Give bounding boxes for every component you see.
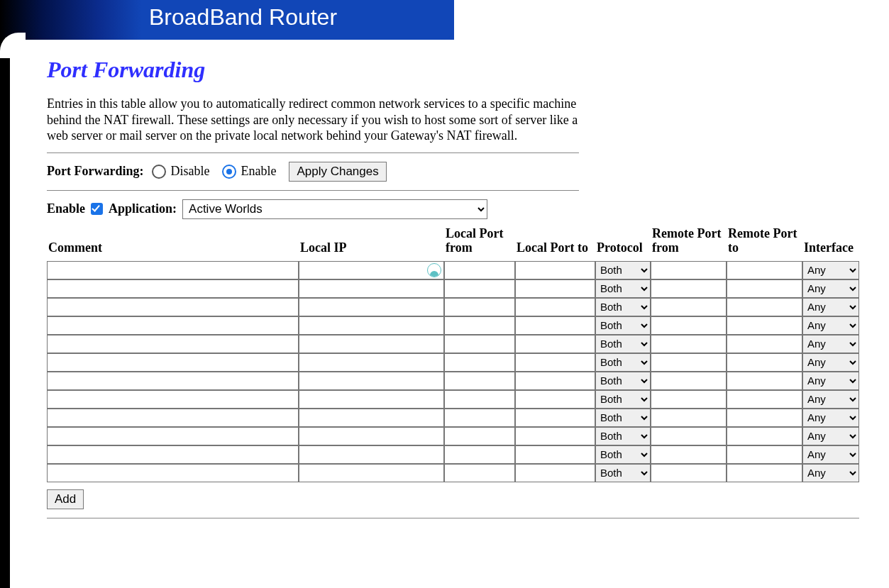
protocol-select[interactable]: Both: [595, 390, 651, 409]
local-ip-input[interactable]: [299, 372, 444, 390]
add-button[interactable]: Add: [47, 489, 84, 509]
local-port-to-input[interactable]: [515, 372, 595, 390]
remote-port-from-input[interactable]: [651, 372, 727, 390]
local-ip-input[interactable]: [299, 409, 444, 427]
remote-port-to-input[interactable]: [727, 279, 802, 298]
protocol-select[interactable]: Both: [595, 464, 651, 482]
remote-port-from-input[interactable]: [651, 445, 727, 464]
local-ip-input[interactable]: [299, 298, 444, 316]
local-port-to-input[interactable]: [515, 353, 595, 372]
remote-port-to-input[interactable]: [727, 335, 802, 353]
remote-port-from-input[interactable]: [651, 316, 727, 335]
remote-port-to-input[interactable]: [727, 261, 802, 279]
comment-input[interactable]: [47, 445, 299, 464]
comment-input[interactable]: [47, 316, 299, 335]
remote-port-to-input[interactable]: [727, 353, 802, 372]
interface-select[interactable]: Any: [802, 316, 859, 335]
interface-select[interactable]: Any: [802, 279, 859, 298]
local-ip-input[interactable]: [299, 390, 444, 409]
local-port-from-input[interactable]: [444, 335, 515, 353]
local-port-from-input[interactable]: [444, 279, 515, 298]
remote-port-to-input[interactable]: [727, 390, 802, 409]
remote-port-from-input[interactable]: [651, 464, 727, 482]
protocol-select[interactable]: Both: [595, 445, 651, 464]
protocol-select[interactable]: Both: [595, 409, 651, 427]
remote-port-from-input[interactable]: [651, 298, 727, 316]
interface-select[interactable]: Any: [802, 353, 859, 372]
remote-port-to-input[interactable]: [727, 427, 802, 445]
protocol-select[interactable]: Both: [595, 261, 651, 279]
enable-radio[interactable]: Enable: [222, 164, 276, 179]
interface-select[interactable]: Any: [802, 261, 859, 279]
comment-input[interactable]: [47, 261, 299, 279]
local-port-to-input[interactable]: [515, 316, 595, 335]
protocol-select[interactable]: Both: [595, 372, 651, 390]
comment-input[interactable]: [47, 335, 299, 353]
remote-port-from-input[interactable]: [651, 409, 727, 427]
interface-select[interactable]: Any: [802, 464, 859, 482]
remote-port-from-input[interactable]: [651, 427, 727, 445]
interface-select[interactable]: Any: [802, 409, 859, 427]
interface-select[interactable]: Any: [802, 372, 859, 390]
interface-select[interactable]: Any: [802, 298, 859, 316]
local-port-from-input[interactable]: [444, 409, 515, 427]
protocol-select[interactable]: Both: [595, 279, 651, 298]
local-port-to-input[interactable]: [515, 390, 595, 409]
local-port-to-input[interactable]: [515, 298, 595, 316]
local-ip-input[interactable]: [299, 261, 444, 279]
comment-input[interactable]: [47, 409, 299, 427]
remote-port-to-input[interactable]: [727, 372, 802, 390]
enable-checkbox[interactable]: [91, 203, 103, 215]
local-port-from-input[interactable]: [444, 372, 515, 390]
remote-port-from-input[interactable]: [651, 353, 727, 372]
remote-port-to-input[interactable]: [727, 409, 802, 427]
remote-port-from-input[interactable]: [651, 261, 727, 279]
disable-radio[interactable]: Disable: [152, 164, 209, 179]
protocol-select[interactable]: Both: [595, 353, 651, 372]
local-port-from-input[interactable]: [444, 261, 515, 279]
local-port-to-input[interactable]: [515, 261, 595, 279]
apply-changes-button[interactable]: Apply Changes: [289, 162, 386, 182]
local-port-to-input[interactable]: [515, 464, 595, 482]
local-port-from-input[interactable]: [444, 316, 515, 335]
remote-port-to-input[interactable]: [727, 316, 802, 335]
comment-input[interactable]: [47, 372, 299, 390]
local-port-to-input[interactable]: [515, 279, 595, 298]
local-port-from-input[interactable]: [444, 390, 515, 409]
local-port-from-input[interactable]: [444, 427, 515, 445]
comment-input[interactable]: [47, 298, 299, 316]
interface-select[interactable]: Any: [802, 335, 859, 353]
remote-port-to-input[interactable]: [727, 464, 802, 482]
interface-select[interactable]: Any: [802, 427, 859, 445]
local-ip-input[interactable]: [299, 464, 444, 482]
protocol-select[interactable]: Both: [595, 335, 651, 353]
local-port-from-input[interactable]: [444, 353, 515, 372]
local-port-from-input[interactable]: [444, 464, 515, 482]
local-ip-input[interactable]: [299, 279, 444, 298]
protocol-select[interactable]: Both: [595, 427, 651, 445]
interface-select[interactable]: Any: [802, 390, 859, 409]
local-port-from-input[interactable]: [444, 445, 515, 464]
local-ip-input[interactable]: [299, 316, 444, 335]
comment-input[interactable]: [47, 464, 299, 482]
remote-port-from-input[interactable]: [651, 279, 727, 298]
local-port-to-input[interactable]: [515, 335, 595, 353]
remote-port-from-input[interactable]: [651, 335, 727, 353]
protocol-select[interactable]: Both: [595, 298, 651, 316]
comment-input[interactable]: [47, 390, 299, 409]
remote-port-to-input[interactable]: [727, 445, 802, 464]
local-port-to-input[interactable]: [515, 427, 595, 445]
local-ip-input[interactable]: [299, 427, 444, 445]
remote-port-to-input[interactable]: [727, 298, 802, 316]
comment-input[interactable]: [47, 353, 299, 372]
interface-select[interactable]: Any: [802, 445, 859, 464]
comment-input[interactable]: [47, 279, 299, 298]
vpn-extension-icon[interactable]: [427, 263, 441, 277]
protocol-select[interactable]: Both: [595, 316, 651, 335]
local-port-from-input[interactable]: [444, 298, 515, 316]
comment-input[interactable]: [47, 427, 299, 445]
remote-port-from-input[interactable]: [651, 390, 727, 409]
local-ip-input[interactable]: [299, 335, 444, 353]
local-ip-input[interactable]: [299, 445, 444, 464]
local-ip-input[interactable]: [299, 353, 444, 372]
